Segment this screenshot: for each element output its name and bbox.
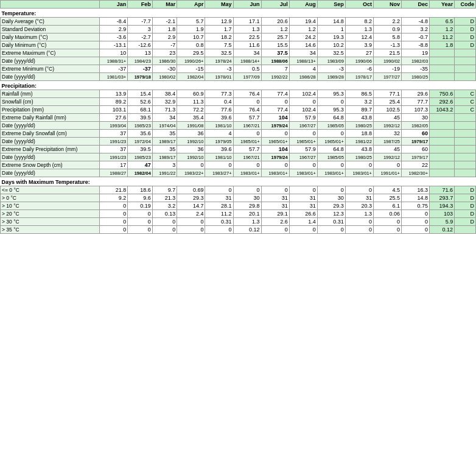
cell-value: -1.3: [373, 41, 401, 49]
cell-value: [455, 49, 476, 57]
cell-value: 1991/23: [100, 138, 128, 146]
cell-value: [455, 153, 476, 161]
cell-value: -15: [177, 65, 205, 73]
cell-value: 0: [177, 226, 205, 234]
cell-value: 12.3: [317, 210, 345, 218]
cell-value: 11.6: [233, 41, 261, 49]
section-header-label: Temperature:: [1, 9, 476, 18]
cell-value: 0: [261, 226, 289, 234]
cell-value: 35: [152, 130, 177, 138]
cell-value: 1988/27: [100, 169, 128, 177]
section-header-label: Precipitation:: [1, 81, 476, 90]
cell-value: 25.4: [373, 98, 401, 106]
cell-value: -6: [345, 65, 373, 73]
header-aug: Aug: [289, 1, 317, 9]
column-headers: Jan Feb Mar Apr May Jun Jul Aug Sep Oct …: [1, 1, 476, 9]
cell-value: 1967/21: [233, 153, 261, 161]
cell-value: 0: [100, 202, 128, 210]
cell-value: 1983/01+: [289, 169, 317, 177]
cell-value: 37.5: [261, 49, 289, 57]
cell-value: [430, 138, 455, 146]
table-row: Extreme Daily Precipitation (mm)3739.535…: [1, 146, 476, 153]
row-label: Extreme Daily Rainfall (mm): [1, 114, 100, 122]
section-header-row: Temperature:: [1, 9, 476, 18]
cell-value: 3.2: [402, 26, 430, 33]
cell-value: 57.9: [289, 114, 317, 122]
cell-value: 0: [233, 98, 261, 106]
cell-value: -19: [373, 65, 401, 73]
row-label: > 35 °C: [1, 226, 100, 234]
cell-value: 104: [261, 146, 289, 153]
cell-value: D: [455, 18, 476, 26]
cell-value: 7.5: [205, 41, 233, 49]
row-label: > 0 °C: [1, 194, 100, 202]
cell-value: -12.6: [128, 41, 153, 49]
cell-value: 15.5: [261, 41, 289, 49]
cell-value: -7.7: [128, 18, 153, 26]
cell-value: 1981/10: [205, 153, 233, 161]
cell-value: 95.3: [317, 90, 345, 98]
cell-value: 0: [402, 218, 430, 226]
cell-value: 0: [233, 161, 261, 169]
cell-value: -7: [152, 41, 177, 49]
cell-value: 1988/06: [261, 57, 289, 65]
cell-value: 0.12: [233, 226, 261, 234]
header-jun: Jun: [233, 1, 261, 9]
cell-value: 57.7: [233, 114, 261, 122]
cell-value: 9.2: [100, 194, 128, 202]
cell-value: 25.5: [373, 194, 401, 202]
cell-value: 1983/01+: [345, 169, 373, 177]
cell-value: 19: [402, 49, 430, 57]
cell-value: 2.6: [261, 218, 289, 226]
row-label: Standard Deviation: [1, 26, 100, 33]
table-row: Extreme Snow Depth (cm)174730000000022: [1, 161, 476, 169]
cell-value: 60.9: [177, 90, 205, 98]
cell-value: 29.3: [177, 194, 205, 202]
cell-value: 1992/10: [177, 153, 205, 161]
cell-value: 77.4: [261, 106, 289, 114]
cell-value: 1982/30+: [402, 169, 430, 177]
cell-value: 25.7: [261, 33, 289, 41]
cell-value: 39.6: [205, 114, 233, 122]
cell-value: 39.6: [205, 146, 233, 153]
cell-value: 0: [177, 161, 205, 169]
cell-value: 0.13: [152, 210, 177, 218]
table-row: Snowfall (cm)89.252.632.911.30.400003.22…: [1, 98, 476, 106]
cell-value: 64.8: [317, 114, 345, 122]
cell-value: 18.8: [345, 130, 373, 138]
cell-value: 31: [261, 202, 289, 210]
cell-value: 1993/04: [100, 122, 128, 130]
table-row: > 0 °C9.29.621.329.331303131303125.514.8…: [1, 194, 476, 202]
table-row: Precipitation (mm)103.168.171.372.277.67…: [1, 106, 476, 114]
cell-value: 1979/17: [402, 138, 430, 146]
cell-value: 0: [402, 210, 430, 218]
table-row: Date (yyyy/dd)1991/231985/231989/171992/…: [1, 153, 476, 161]
cell-value: 0.31: [317, 218, 345, 226]
cell-value: 1992/12: [373, 122, 401, 130]
cell-value: 0: [233, 130, 261, 138]
cell-value: 102.4: [289, 106, 317, 114]
row-label: Extreme Daily Snowfall (cm): [1, 130, 100, 138]
cell-value: 1981/22: [345, 138, 373, 146]
cell-value: 1.8: [152, 26, 177, 33]
cell-value: 293.7: [430, 194, 455, 202]
row-label: Extreme Minimum (°C): [1, 65, 100, 73]
cell-value: [430, 57, 455, 65]
row-label: Extreme Maximum (°C): [1, 49, 100, 57]
cell-value: 1979/17: [402, 153, 430, 161]
cell-value: 1.3: [233, 26, 261, 33]
cell-value: [455, 130, 476, 138]
cell-value: 14.8: [317, 18, 345, 26]
cell-value: D: [455, 186, 476, 194]
cell-value: 10: [100, 49, 128, 57]
cell-value: 71.3: [152, 106, 177, 114]
cell-value: 19.3: [317, 33, 345, 41]
cell-value: 20.3: [345, 202, 373, 210]
cell-value: 22.5: [233, 33, 261, 41]
row-label: Daily Average (°C): [1, 18, 100, 26]
cell-value: 16.3: [402, 186, 430, 194]
cell-value: 0.31: [205, 218, 233, 226]
cell-value: 77.6: [205, 106, 233, 114]
cell-value: 77.3: [205, 90, 233, 98]
cell-value: 750.6: [430, 90, 455, 98]
